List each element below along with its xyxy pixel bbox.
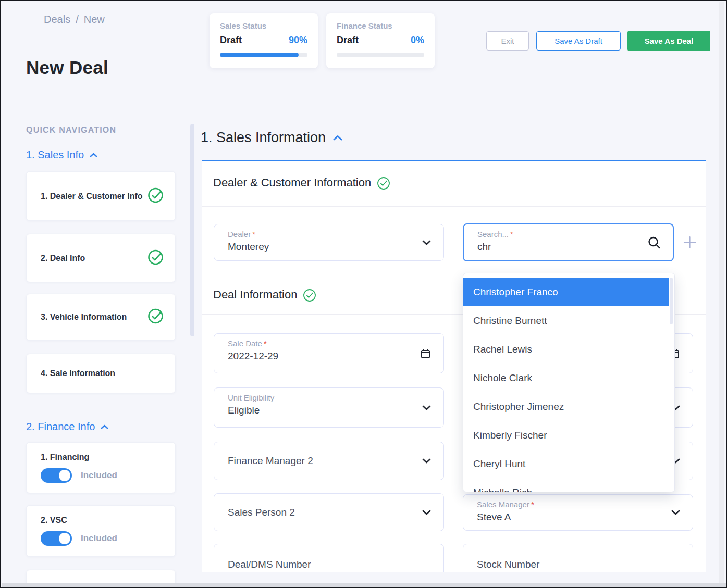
financing-toggle[interactable] bbox=[41, 468, 72, 483]
unit-eligibility-select[interactable]: Unit Eligibility Eligible bbox=[214, 387, 444, 428]
financing-label: 1. Financing bbox=[41, 453, 89, 462]
calendar-icon[interactable] bbox=[420, 348, 431, 359]
customer-search-results: Christopher Franco Christine Burnett Rac… bbox=[463, 273, 675, 492]
sidebar-item-label: 2. Deal Info bbox=[41, 253, 145, 264]
search-result-item[interactable]: Michelle Rich bbox=[463, 478, 674, 492]
check-circle-icon bbox=[147, 187, 164, 205]
sale-date-label: Sale Date* bbox=[228, 339, 267, 348]
breadcrumb-deals[interactable]: Deals bbox=[44, 14, 70, 26]
panel-clip-cover bbox=[189, 572, 727, 583]
chevron-down-icon bbox=[422, 458, 431, 464]
nav-sales-info-label: 1. Sales Info bbox=[26, 149, 84, 161]
sales-status-percent: 90% bbox=[289, 35, 307, 46]
sales-information-title: 1. Sales Information bbox=[201, 130, 326, 146]
sidebar-scrollbar-thumb[interactable] bbox=[190, 124, 194, 336]
chevron-down-icon bbox=[422, 510, 431, 515]
search-result-item[interactable]: Kimberly Fischer bbox=[463, 421, 674, 449]
sales-status-value: Draft bbox=[220, 35, 242, 46]
vsc-status: Included bbox=[81, 533, 117, 544]
chevron-down-icon bbox=[422, 405, 431, 410]
breadcrumb: Deals / New bbox=[44, 14, 105, 26]
search-result-item[interactable]: Cheryl Hunt bbox=[463, 449, 674, 478]
chevron-up-icon bbox=[90, 153, 97, 157]
sales-progress-track bbox=[220, 53, 307, 57]
dealer-select[interactable]: Dealer* Monterey bbox=[214, 224, 444, 261]
vsc-label: 2. VSC bbox=[41, 516, 67, 525]
sales-manager-label: Sales Manager* bbox=[477, 500, 534, 509]
deal-dms-number-placeholder: Deal/DMS Number bbox=[228, 559, 311, 570]
chevron-up-icon bbox=[101, 424, 108, 429]
search-result-item[interactable]: Nichole Clark bbox=[463, 364, 674, 392]
sales-manager-select[interactable]: Sales Manager* Steve A bbox=[463, 494, 693, 531]
breadcrumb-new: New bbox=[84, 14, 105, 26]
finance-manager-2-placeholder: Finance Manager 2 bbox=[228, 455, 313, 467]
required-asterisk: * bbox=[510, 230, 513, 239]
sidebar-item-sale-information[interactable]: 4. Sale Information bbox=[26, 354, 176, 393]
collapse-chevron-up-icon[interactable] bbox=[333, 135, 342, 141]
sidebar-item-label: 1. Dealer & Customer Info bbox=[41, 191, 145, 202]
financing-status: Included bbox=[81, 470, 117, 481]
required-asterisk: * bbox=[531, 500, 534, 509]
sales-person-2-placeholder: Sales Person 2 bbox=[228, 507, 295, 518]
sale-date-input[interactable]: Sale Date* 2022-12-29 bbox=[214, 333, 444, 373]
check-circle-icon bbox=[377, 177, 390, 190]
sales-manager-value: Steve A bbox=[477, 511, 511, 523]
finance-status-value: Draft bbox=[337, 35, 359, 46]
quick-navigation-title: QUICK NAVIGATION bbox=[26, 126, 116, 135]
nav-sales-info[interactable]: 1. Sales Info bbox=[26, 149, 97, 161]
horizontal-scrollbar[interactable] bbox=[2, 583, 727, 588]
breadcrumb-separator: / bbox=[76, 14, 79, 26]
sidebar-item-label: 3. Vehicle Information bbox=[41, 311, 145, 323]
sales-status-card: Sales Status Draft 90% bbox=[210, 13, 318, 68]
deal-information-heading-text: Deal Information bbox=[213, 288, 297, 302]
unit-eligibility-label: Unit Eligibility bbox=[228, 393, 274, 402]
chevron-down-icon bbox=[671, 510, 680, 515]
exit-button[interactable]: Exit bbox=[486, 31, 529, 51]
sidebar-item-vsc[interactable]: 2. VSC Included bbox=[26, 505, 176, 557]
customer-search-input[interactable]: Search...* chr bbox=[463, 223, 674, 261]
required-asterisk: * bbox=[252, 230, 255, 239]
search-result-item[interactable]: Rachel Lewis bbox=[463, 335, 674, 364]
finance-status-label: Finance Status bbox=[337, 21, 424, 30]
save-as-draft-button[interactable]: Save As Draft bbox=[536, 31, 621, 51]
sale-date-value: 2022-12-29 bbox=[228, 351, 278, 362]
nav-finance-info[interactable]: 2. Finance Info bbox=[26, 421, 108, 433]
toggle-knob bbox=[59, 533, 70, 544]
sales-status-label: Sales Status bbox=[220, 21, 307, 30]
sidebar-item-vehicle-information[interactable]: 3. Vehicle Information bbox=[26, 294, 176, 341]
section-divider bbox=[202, 206, 706, 207]
dealer-customer-heading: Dealer & Customer Information bbox=[213, 175, 390, 190]
search-result-item[interactable]: Christopher Franco bbox=[463, 278, 669, 306]
dealer-value: Monterey bbox=[228, 241, 269, 253]
check-circle-icon bbox=[147, 249, 164, 267]
plus-icon bbox=[683, 235, 697, 249]
vsc-toggle[interactable] bbox=[41, 531, 72, 546]
sales-person-2-select[interactable]: Sales Person 2 bbox=[214, 493, 444, 531]
stock-number-placeholder: Stock Number bbox=[477, 559, 539, 570]
sales-information-heading: 1. Sales Information bbox=[201, 130, 342, 146]
sidebar-item-financing[interactable]: 1. Financing Included bbox=[26, 442, 176, 493]
vertical-scrollbar[interactable] bbox=[719, 2, 724, 583]
search-result-item[interactable]: Christopher Jimenez bbox=[463, 392, 674, 421]
finance-manager-2-select[interactable]: Finance Manager 2 bbox=[214, 442, 444, 480]
chevron-down-icon bbox=[422, 240, 431, 245]
add-customer-button[interactable] bbox=[683, 235, 697, 249]
search-result-item[interactable]: Christine Burnett bbox=[463, 306, 674, 335]
results-scrollbar-thumb[interactable] bbox=[670, 278, 673, 324]
unit-eligibility-value: Eligible bbox=[228, 405, 260, 416]
sidebar-item-dealer-customer-info[interactable]: 1. Dealer & Customer Info bbox=[26, 171, 176, 221]
nav-finance-info-label: 2. Finance Info bbox=[26, 421, 95, 433]
check-circle-icon bbox=[303, 289, 316, 302]
finance-progress-track bbox=[337, 53, 424, 57]
toggle-knob bbox=[59, 470, 70, 481]
finance-status-percent: 0% bbox=[411, 35, 424, 46]
customer-search-label: Search...* bbox=[477, 230, 513, 239]
finance-status-card: Finance Status Draft 0% bbox=[326, 13, 435, 68]
sidebar-item-deal-info[interactable]: 2. Deal Info bbox=[26, 234, 176, 282]
deal-information-heading: Deal Information bbox=[213, 287, 316, 302]
sidebar-item-label: 4. Sale Information bbox=[41, 368, 145, 379]
save-as-deal-button[interactable]: Save As Deal bbox=[627, 31, 710, 51]
search-icon bbox=[647, 235, 661, 249]
check-circle-icon bbox=[147, 308, 164, 327]
dealer-label: Dealer* bbox=[228, 230, 255, 239]
